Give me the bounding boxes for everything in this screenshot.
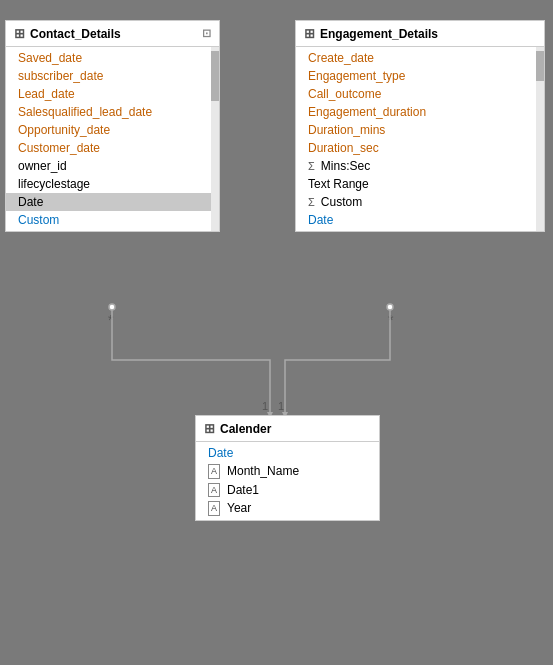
field-year[interactable]: A Year — [196, 499, 379, 518]
field-lead-date[interactable]: Lead_date — [6, 85, 219, 103]
contact-details-body: Saved_date subscriber_date Lead_date Sal… — [6, 47, 219, 231]
contact-cardinality-star: * — [108, 312, 114, 328]
calender-table: ⊞ Calender Date A Month_Name A Date1 A Y… — [195, 415, 380, 521]
field-mins-sec[interactable]: Σ Mins:Sec — [296, 157, 544, 175]
field-label: Date — [308, 213, 333, 227]
text-a-icon: A — [208, 483, 220, 498]
field-duration-mins[interactable]: Duration_mins — [296, 121, 544, 139]
field-label: Date1 — [227, 483, 259, 497]
field-create-date[interactable]: Create_date — [296, 49, 544, 67]
text-a-icon: A — [208, 501, 220, 516]
engagement-details-header: ⊞ Engagement_Details — [296, 21, 544, 47]
field-lifecyclestage[interactable]: lifecyclestage — [6, 175, 219, 193]
table-grid-icon: ⊞ — [204, 421, 215, 436]
field-call-outcome[interactable]: Call_outcome — [296, 85, 544, 103]
field-label: Year — [227, 501, 251, 515]
table-grid-icon: ⊞ — [14, 26, 25, 41]
field-date-engagement[interactable]: Date — [296, 211, 544, 229]
field-label: Duration_mins — [308, 123, 385, 137]
field-label: owner_id — [18, 159, 67, 173]
field-date[interactable]: Date — [6, 193, 219, 211]
scrollbar-thumb[interactable] — [536, 51, 544, 81]
engagement-to-calender-line — [285, 307, 390, 415]
field-label: Engagement_duration — [308, 105, 426, 119]
field-subscriber-date[interactable]: subscriber_date — [6, 67, 219, 85]
field-label: Duration_sec — [308, 141, 379, 155]
calender-body: Date A Month_Name A Date1 A Year — [196, 442, 379, 520]
field-custom-engagement[interactable]: Σ Custom — [296, 193, 544, 211]
field-engagement-duration[interactable]: Engagement_duration — [296, 103, 544, 121]
contact-details-header: ⊞ Contact_Details ⊡ — [6, 21, 219, 47]
field-label: Saved_date — [18, 51, 82, 65]
engagement-details-table: ⊞ Engagement_Details Create_date Engagem… — [295, 20, 545, 232]
engagement-details-body: Create_date Engagement_type Call_outcome… — [296, 47, 544, 231]
engagement-cardinality-star: * — [388, 312, 394, 328]
scrollbar-thumb[interactable] — [211, 51, 219, 101]
scrollbar-track[interactable] — [211, 47, 219, 231]
field-label: Text Range — [308, 177, 369, 191]
field-label: Call_outcome — [308, 87, 381, 101]
sigma-icon: Σ — [308, 196, 315, 208]
field-month-name[interactable]: A Month_Name — [196, 462, 379, 481]
table-grid-icon: ⊞ — [304, 26, 315, 41]
contact-details-table: ⊞ Contact_Details ⊡ Saved_date subscribe… — [5, 20, 220, 232]
field-owner-id[interactable]: owner_id — [6, 157, 219, 175]
field-label: lifecyclestage — [18, 177, 90, 191]
field-engagement-type[interactable]: Engagement_type — [296, 67, 544, 85]
field-label: Date — [208, 446, 233, 460]
field-label: Lead_date — [18, 87, 75, 101]
text-a-icon: A — [208, 464, 220, 479]
field-label: Salesqualified_lead_date — [18, 105, 152, 119]
calender-cardinality-1-right: 1 — [278, 400, 284, 412]
field-label: Date — [18, 195, 43, 209]
contact-to-calender-line — [112, 307, 270, 415]
calender-cardinality-1-left: 1 — [262, 400, 268, 412]
engagement-connector-end — [387, 304, 393, 310]
field-label: Customer_date — [18, 141, 100, 155]
field-label: Engagement_type — [308, 69, 405, 83]
field-label: Custom — [18, 213, 59, 227]
contact-connector-end — [109, 304, 115, 310]
calender-header: ⊞ Calender — [196, 416, 379, 442]
field-date1[interactable]: A Date1 — [196, 481, 379, 500]
field-label: Create_date — [308, 51, 374, 65]
contact-details-title: Contact_Details — [30, 27, 121, 41]
field-label: Month_Name — [227, 464, 299, 478]
field-customer-date[interactable]: Customer_date — [6, 139, 219, 157]
field-opportunity-date[interactable]: Opportunity_date — [6, 121, 219, 139]
engagement-details-title: Engagement_Details — [320, 27, 438, 41]
expand-icon[interactable]: ⊡ — [202, 27, 211, 40]
field-text-range[interactable]: Text Range — [296, 175, 544, 193]
field-label: Custom — [321, 195, 362, 209]
field-duration-sec[interactable]: Duration_sec — [296, 139, 544, 157]
calender-title: Calender — [220, 422, 271, 436]
field-custom[interactable]: Custom — [6, 211, 219, 229]
sigma-icon: Σ — [308, 160, 315, 172]
field-salesqualified[interactable]: Salesqualified_lead_date — [6, 103, 219, 121]
field-label: Opportunity_date — [18, 123, 110, 137]
scrollbar-track[interactable] — [536, 47, 544, 231]
field-saved-date[interactable]: Saved_date — [6, 49, 219, 67]
field-date-calender[interactable]: Date — [196, 444, 379, 462]
field-label: subscriber_date — [18, 69, 103, 83]
field-label: Mins:Sec — [321, 159, 370, 173]
